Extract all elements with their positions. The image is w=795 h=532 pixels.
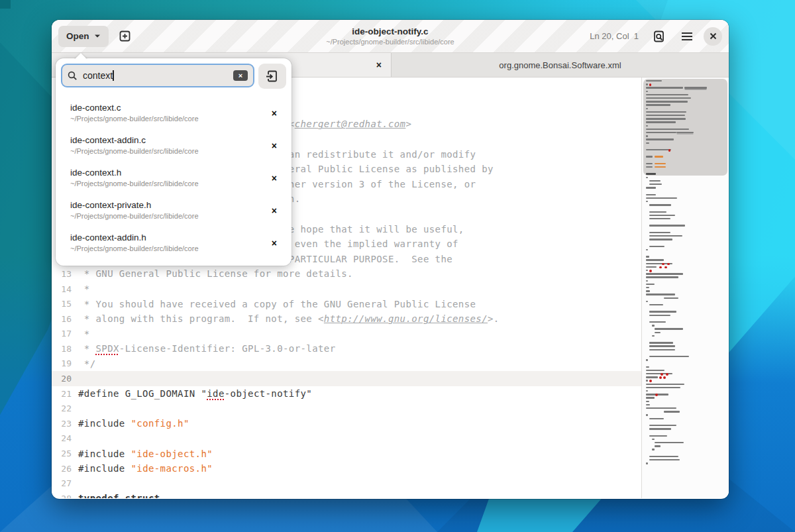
clear-icon[interactable]: ×	[233, 70, 248, 81]
line-text: *	[78, 284, 641, 294]
result-item[interactable]: ide-context-addin.h~/Projects/gnome-buil…	[56, 227, 292, 259]
line-text: typedef struct	[78, 493, 641, 498]
popover-arrow	[74, 52, 87, 59]
search-input-value: context	[83, 70, 228, 81]
headerbar: Open ide-object-notify.c ~/Projects/gnom…	[52, 20, 729, 53]
result-item[interactable]: ide-context-private.h~/Projects/gnome-bu…	[56, 194, 292, 227]
line-text: #define G_LOG_DOMAIN "ide-object-notify"	[78, 388, 641, 399]
result-path: ~/Projects/gnome-builder/src/libide/core	[70, 146, 265, 156]
line-text: #include "config.h"	[78, 418, 641, 429]
result-filename: ide-context-addin.h	[70, 232, 265, 244]
line-number: 19	[52, 358, 78, 368]
menu-icon	[681, 32, 693, 41]
code-line: 21#define G_LOG_DOMAIN "ide-object-notif…	[52, 386, 641, 401]
line-number: 23	[52, 419, 78, 429]
line-text: * GNU General Public License for more de…	[78, 268, 641, 279]
tab-close-button[interactable]: ×	[376, 60, 382, 70]
search-icon	[68, 71, 78, 81]
tab-new-icon	[119, 30, 131, 42]
result-close-button[interactable]: ×	[272, 141, 277, 150]
line-number: 27	[52, 478, 78, 488]
line-number: 22	[52, 403, 78, 413]
line-text: * SPDX-License-Identifier: GPL-3.0-or-la…	[78, 343, 641, 354]
line-number: 28	[52, 494, 78, 498]
line-number: 14	[52, 284, 78, 294]
result-path: ~/Projects/gnome-builder/src/libide/core	[70, 211, 265, 221]
line-number: 13	[52, 269, 78, 279]
result-close-button[interactable]: ×	[272, 109, 277, 118]
code-line: 22	[52, 401, 641, 416]
minimap-view-indicator[interactable]	[643, 79, 727, 176]
tab-bonsai-software-xml[interactable]: org.gnome.Bonsai.Software.xml	[392, 53, 729, 77]
open-file-popover: context × ide-context.c~/Projects/gnome-…	[56, 58, 292, 266]
result-filename: ide-context.h	[70, 167, 265, 179]
result-filename: ide-context.c	[70, 102, 265, 114]
result-filename: ide-context-addin.c	[70, 134, 265, 146]
code-line: 28typedef struct	[52, 491, 641, 498]
line-number: 16	[52, 314, 78, 324]
open-button[interactable]: Open	[58, 26, 109, 47]
open-button-label: Open	[66, 31, 89, 41]
code-line: 20	[52, 371, 641, 386]
browse-files-button[interactable]	[258, 64, 286, 89]
code-line: 24	[52, 431, 641, 447]
result-item[interactable]: ide-context.c~/Projects/gnome-builder/sr…	[56, 97, 292, 129]
cursor-position-label: Ln 20, Col 1	[590, 31, 639, 41]
code-line: 16 * along with this program. If not, se…	[52, 311, 641, 327]
close-icon	[710, 32, 717, 40]
result-path: ~/Projects/gnome-builder/src/libide/core	[70, 179, 265, 189]
code-line: 15 * You should have received a copy of …	[52, 296, 641, 311]
wallpaper-corner-tile	[0, 0, 11, 9]
line-number: 20	[52, 374, 78, 384]
result-path: ~/Projects/gnome-builder/src/libide/core	[70, 244, 265, 254]
result-close-button[interactable]: ×	[272, 174, 277, 183]
doc-search-icon	[653, 30, 666, 43]
line-number: 21	[52, 389, 78, 399]
window-close-button[interactable]	[704, 27, 722, 46]
line-text: *	[78, 329, 641, 339]
open-file-icon	[266, 70, 279, 82]
text-caret	[113, 70, 114, 81]
line-text: * You should have received a copy of the…	[78, 299, 641, 309]
result-close-button[interactable]: ×	[272, 239, 277, 248]
line-number: 15	[52, 299, 78, 309]
result-filename: ide-context-private.h	[70, 199, 265, 211]
result-item[interactable]: ide-context.h~/Projects/gnome-builder/sr…	[56, 162, 292, 194]
minimap[interactable]	[641, 78, 729, 498]
result-close-button[interactable]: ×	[272, 206, 277, 215]
code-line: 23#include "config.h"	[52, 416, 641, 431]
line-number: 25	[52, 449, 78, 458]
code-line: 27	[52, 476, 641, 491]
code-line: 25#include "ide-object.h"	[52, 446, 641, 461]
document-search-button[interactable]	[648, 26, 670, 47]
search-input[interactable]: context ×	[61, 64, 254, 87]
code-line: 17 *	[52, 327, 641, 342]
code-line: 26#include "ide-macros.h"	[52, 461, 641, 476]
line-number: 18	[52, 344, 78, 354]
code-line: 13 * GNU General Public License for more…	[52, 266, 641, 282]
chevron-down-icon	[94, 34, 101, 38]
new-tab-button[interactable]	[114, 26, 136, 47]
line-text: #include "ide-macros.h"	[78, 463, 641, 474]
code-line: 19 */	[52, 356, 641, 372]
window-title: ide-object-notify.c	[352, 27, 428, 37]
result-item[interactable]: ide-context-addin.c~/Projects/gnome-buil…	[56, 129, 292, 162]
line-text: * along with this program. If not, see <…	[78, 313, 641, 324]
window-subtitle: ~/Projects/gnome-builder/src/libide/core	[326, 37, 454, 46]
line-number: 26	[52, 464, 78, 474]
line-number: 24	[52, 433, 78, 443]
line-text: #include "ide-object.h"	[78, 449, 641, 459]
menu-button[interactable]	[676, 26, 698, 47]
line-number: 17	[52, 329, 78, 339]
result-path: ~/Projects/gnome-builder/src/libide/core	[70, 114, 265, 124]
code-line: 14 *	[52, 282, 641, 297]
line-text: */	[78, 358, 641, 369]
tab-label: org.gnome.Bonsai.Software.xml	[499, 60, 621, 70]
search-results: ide-context.c~/Projects/gnome-builder/sr…	[56, 94, 292, 266]
code-line: 18 * SPDX-License-Identifier: GPL-3.0-or…	[52, 341, 641, 356]
